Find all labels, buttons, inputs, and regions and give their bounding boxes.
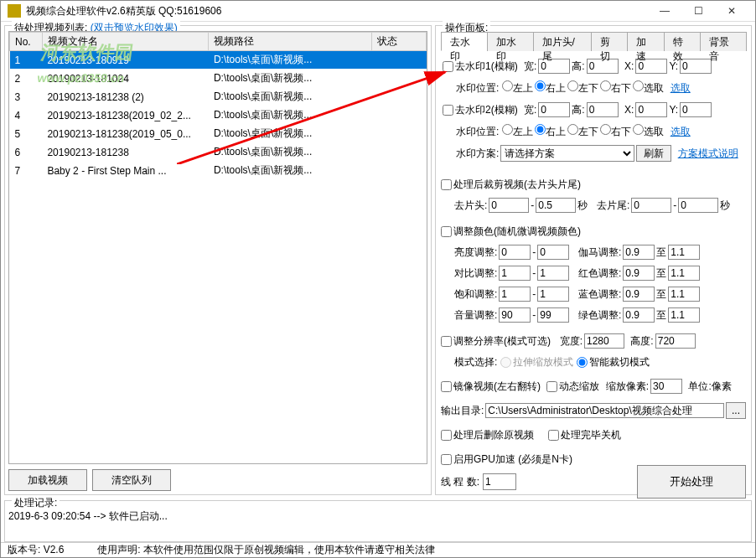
gpu-checkbox[interactable] — [441, 454, 452, 465]
log-panel: 处理记录: 2019-6-3 09:20:54 --> 软件已启动... — [4, 500, 752, 542]
color-3-b[interactable] — [537, 307, 569, 323]
wm2pos-4[interactable] — [633, 124, 644, 135]
window-title: 视频综合处理软件v2.6精英版 QQ:51619606 — [26, 4, 648, 18]
tab-1[interactable]: 加水印 — [487, 32, 534, 51]
col-name[interactable]: 视频文件名 — [42, 33, 208, 51]
table-row[interactable]: 420190213-181238(2019_02_2...D:\tools\桌面… — [10, 106, 427, 125]
wm1pos-2[interactable] — [567, 80, 578, 91]
start-button[interactable]: 开始处理 — [637, 465, 746, 499]
wm2-y[interactable] — [680, 102, 712, 117]
wm2-checkbox[interactable] — [443, 105, 453, 116]
table-row[interactable]: 520190213-181238(2019_05_0...D:\tools\桌面… — [10, 125, 427, 143]
wm1pos-1[interactable] — [535, 80, 546, 91]
delete-source-checkbox[interactable] — [441, 430, 452, 441]
trim-head2[interactable] — [536, 198, 576, 213]
log-title: 处理记录: — [12, 496, 60, 510]
color-3-c[interactable] — [623, 307, 655, 323]
wm2pos-2[interactable] — [567, 124, 578, 135]
tab-4[interactable]: 加速 — [627, 32, 665, 51]
mirror-checkbox[interactable] — [441, 381, 452, 392]
browse-button[interactable]: ... — [726, 402, 746, 419]
table-row[interactable]: 120190213-180919D:\tools\桌面\新视频... — [10, 51, 427, 70]
wm1pos-3[interactable] — [600, 80, 611, 91]
wm2-label: 去水印2(模糊) — [455, 103, 518, 117]
zoom-px[interactable] — [650, 379, 682, 394]
res-width[interactable] — [584, 333, 624, 349]
col-no[interactable]: No. — [10, 33, 43, 51]
tab-2[interactable]: 加片头/尾 — [533, 32, 592, 51]
app-icon — [8, 4, 21, 18]
color-0-c[interactable] — [623, 245, 655, 260]
color-checkbox[interactable] — [441, 226, 452, 237]
table-row[interactable]: 220190213-181024D:\tools\桌面\新视频... — [10, 70, 427, 88]
refresh-button[interactable]: 刷新 — [636, 145, 671, 162]
threads-input[interactable] — [483, 473, 516, 490]
wm1-select-link[interactable]: 选取 — [671, 81, 691, 96]
wm2pos-1[interactable] — [535, 124, 546, 135]
tab-0[interactable]: 去水印 — [441, 32, 488, 51]
tab-6[interactable]: 背景音 — [700, 32, 747, 51]
wm2pos-3[interactable] — [600, 124, 611, 135]
color-2-d[interactable] — [668, 287, 700, 302]
col-status[interactable]: 状态 — [372, 33, 427, 51]
trim-checkbox[interactable] — [441, 179, 452, 190]
table-row[interactable]: 320190213-181238 (2)D:\tools\桌面\新视频... — [10, 88, 427, 106]
trim-tail2[interactable] — [678, 198, 718, 213]
wm2-width[interactable] — [538, 102, 570, 117]
trim-head1[interactable] — [489, 198, 529, 213]
wm2-height[interactable] — [587, 102, 619, 117]
wm2-select-link[interactable]: 选取 — [671, 125, 691, 139]
log-line: 2019-6-3 09:20:54 --> 软件已启动... — [8, 509, 748, 524]
maximize-button[interactable]: ☐ — [681, 1, 715, 21]
color-2-c[interactable] — [623, 287, 655, 302]
color-2-a[interactable] — [499, 287, 531, 302]
color-1-d[interactable] — [668, 266, 700, 281]
table-row[interactable]: 620190213-181238D:\tools\桌面\新视频... — [10, 143, 427, 162]
video-table[interactable]: No. 视频文件名 视频路径 状态 120190213-180919D:\too… — [8, 31, 427, 464]
clear-queue-button[interactable]: 清空队列 — [92, 469, 171, 491]
plan-mode-link[interactable]: 方案模式说明 — [678, 147, 738, 161]
close-button[interactable]: ✕ — [715, 1, 748, 21]
minimize-button[interactable]: — — [648, 1, 681, 21]
color-1-c[interactable] — [623, 266, 655, 281]
res-height[interactable] — [655, 333, 696, 349]
dynzoom-checkbox[interactable] — [546, 381, 557, 392]
plan-select[interactable]: 请选择方案 — [500, 145, 634, 162]
wm1pos-0[interactable] — [502, 80, 513, 91]
resolution-checkbox[interactable] — [441, 336, 452, 347]
color-0-d[interactable] — [668, 245, 700, 260]
wm1-label: 去水印1(模糊) — [455, 59, 518, 74]
color-0-b[interactable] — [537, 245, 569, 260]
wm1pos-4[interactable] — [633, 80, 644, 91]
tab-3[interactable]: 剪切 — [591, 32, 629, 51]
color-1-a[interactable] — [499, 266, 531, 281]
color-3-a[interactable] — [499, 307, 531, 323]
color-2-b[interactable] — [537, 287, 569, 302]
color-1-b[interactable] — [537, 266, 569, 281]
titlebar: 视频综合处理软件v2.6精英版 QQ:51619606 — ☐ ✕ — [1, 1, 755, 22]
col-path[interactable]: 视频路径 — [209, 33, 372, 51]
wm1-y[interactable] — [680, 59, 712, 74]
output-dir-input[interactable] — [485, 403, 724, 418]
statusbar: 版本号: V2.6 使用声明: 本软件使用范围仅限于原创视频编辑，使用本软件请遵… — [1, 542, 755, 557]
res-mode-smart[interactable] — [577, 357, 588, 368]
color-3-d[interactable] — [668, 307, 700, 323]
table-row[interactable]: 7Baby 2 - First Step Main ...D:\tools\桌面… — [10, 162, 427, 180]
color-0-a[interactable] — [499, 245, 531, 260]
load-video-button[interactable]: 加载视频 — [8, 469, 87, 491]
tab-5[interactable]: 特效 — [664, 32, 702, 51]
wm2pos-0[interactable] — [502, 124, 513, 135]
version-label: 版本号: V2.6 — [8, 543, 64, 557]
res-mode-stretch — [500, 357, 511, 368]
disclaimer-label: 使用声明: 本软件使用范围仅限于原创视频编辑，使用本软件请遵守相关法律 — [97, 543, 435, 557]
trim-tail1[interactable] — [631, 198, 671, 213]
wm2-x[interactable] — [635, 102, 667, 117]
tabs: 去水印加水印加片头/尾剪切加速特效背景音 — [441, 31, 746, 51]
shutdown-checkbox[interactable] — [548, 430, 559, 441]
